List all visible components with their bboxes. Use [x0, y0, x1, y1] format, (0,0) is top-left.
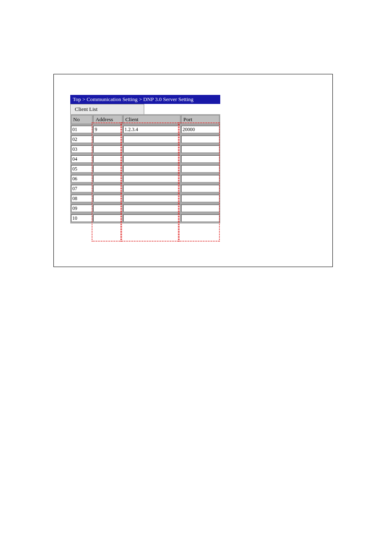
cell-no: [71, 154, 92, 164]
tab-client-list[interactable]: Client List: [70, 104, 144, 114]
no-input[interactable]: [71, 205, 92, 212]
table-row: [71, 174, 219, 183]
address-input[interactable]: [93, 205, 122, 212]
no-input[interactable]: [71, 155, 92, 163]
table-header-row: No Address Client Port: [71, 115, 219, 124]
no-input[interactable]: [71, 195, 92, 202]
port-input[interactable]: [181, 136, 219, 143]
table-row: [71, 184, 219, 193]
tab-row: Client List: [70, 104, 332, 114]
address-input[interactable]: [93, 165, 122, 173]
client-input[interactable]: [123, 136, 180, 143]
cell-no: [71, 174, 92, 183]
no-input[interactable]: [71, 136, 92, 143]
cell-no: [71, 184, 92, 193]
client-list-table: No Address Client Port: [70, 114, 220, 223]
no-input[interactable]: [71, 185, 92, 192]
cell-port: [181, 184, 219, 193]
port-input[interactable]: [181, 126, 219, 133]
cell-port: [181, 164, 219, 173]
address-input[interactable]: [93, 175, 122, 182]
port-input[interactable]: [181, 205, 219, 212]
address-input[interactable]: [93, 195, 122, 202]
cell-port: [181, 194, 219, 203]
config-panel: Top > Communication Setting > DNP 3.0 Se…: [53, 74, 333, 267]
port-input[interactable]: [181, 145, 219, 153]
header-address: Address: [93, 115, 122, 124]
cell-no: [71, 204, 92, 213]
table-row: [71, 204, 219, 213]
cell-port: [181, 125, 219, 134]
client-input[interactable]: [123, 165, 180, 173]
no-input[interactable]: [71, 145, 92, 153]
cell-port: [181, 135, 219, 144]
cell-address: [93, 154, 122, 164]
cell-no: [71, 125, 92, 134]
cell-no: [71, 194, 92, 203]
cell-address: [93, 184, 122, 193]
client-input[interactable]: [123, 205, 180, 212]
cell-address: [93, 194, 122, 203]
no-input[interactable]: [71, 175, 92, 182]
client-input[interactable]: [123, 214, 180, 222]
cell-no: [71, 145, 92, 154]
cell-client: [123, 184, 180, 193]
no-input[interactable]: [71, 214, 92, 222]
client-input[interactable]: [123, 185, 180, 192]
port-input[interactable]: [181, 155, 219, 163]
cell-no: [71, 164, 92, 173]
cell-client: [123, 135, 180, 144]
port-input[interactable]: [181, 195, 219, 202]
cell-port: [181, 174, 219, 183]
cell-no: [71, 214, 92, 223]
table-row: [71, 164, 219, 173]
client-list-table-wrap: No Address Client Port: [70, 114, 220, 223]
table-row: [71, 125, 219, 134]
table-row: [71, 145, 219, 154]
cell-address: [93, 174, 122, 183]
cell-port: [181, 204, 219, 213]
cell-address: [93, 135, 122, 144]
header-port: Port: [181, 115, 219, 124]
cell-client: [123, 154, 180, 164]
cell-port: [181, 145, 219, 154]
cell-client: [123, 174, 180, 183]
cell-no: [71, 135, 92, 144]
no-input[interactable]: [71, 126, 92, 133]
no-input[interactable]: [71, 165, 92, 173]
client-input[interactable]: [123, 145, 180, 153]
cell-client: [123, 214, 180, 223]
address-input[interactable]: [93, 145, 122, 153]
cell-port: [181, 154, 219, 164]
client-input[interactable]: [123, 175, 180, 182]
cell-address: [93, 145, 122, 154]
table-row: [71, 214, 219, 223]
port-input[interactable]: [181, 214, 219, 222]
cell-address: [93, 214, 122, 223]
cell-client: [123, 164, 180, 173]
client-input[interactable]: [123, 195, 180, 202]
table-row: [71, 135, 219, 144]
cell-client: [123, 125, 180, 134]
cell-client: [123, 194, 180, 203]
address-input[interactable]: [93, 214, 122, 222]
cell-address: [93, 164, 122, 173]
cell-address: [93, 204, 122, 213]
header-client: Client: [123, 115, 180, 124]
port-input[interactable]: [181, 185, 219, 192]
breadcrumb: Top > Communication Setting > DNP 3.0 Se…: [70, 95, 220, 104]
client-input[interactable]: [123, 126, 180, 133]
table-row: [71, 194, 219, 203]
port-input[interactable]: [181, 165, 219, 173]
address-input[interactable]: [93, 185, 122, 192]
port-input[interactable]: [181, 175, 219, 182]
cell-port: [181, 214, 219, 223]
address-input[interactable]: [93, 155, 122, 163]
cell-address: [93, 125, 122, 134]
address-input[interactable]: [93, 136, 122, 143]
client-input[interactable]: [123, 155, 180, 163]
address-input[interactable]: [93, 126, 122, 133]
header-no: No: [71, 115, 92, 124]
cell-client: [123, 204, 180, 213]
table-row: [71, 154, 219, 164]
